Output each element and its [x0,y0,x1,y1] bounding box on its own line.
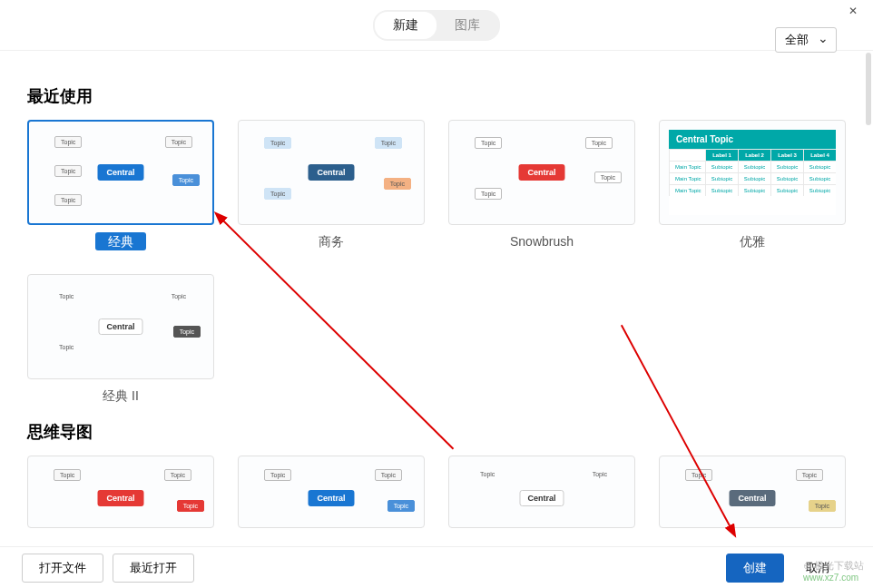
template-thumb: Topic Topic Topic Topic Topic Central [27,120,214,225]
topic-node: Topic [172,174,200,186]
topic-node: Topic [264,469,291,481]
template-card-classic[interactable]: Topic Topic Topic Topic Topic Central 经典 [27,120,214,250]
topic-node: Topic [54,136,82,148]
topic-node: Topic [54,165,82,177]
topic-node: Topic [475,469,500,479]
topic-node: Topic [54,291,79,301]
open-file-button[interactable]: 打开文件 [22,554,103,583]
top-bar: 新建 图库 全部 [0,0,873,51]
topic-node: Topic [54,342,79,352]
topic-node: Topic [54,194,82,206]
template-label: Snowbrush [448,234,635,249]
template-card-mm2[interactable]: Topic Topic Topic Central [238,456,425,528]
topic-node: Topic [264,137,291,149]
topic-node: Topic [475,188,502,200]
central-node: Central [519,490,564,506]
central-node: Central [729,490,775,506]
template-card-business[interactable]: Topic Topic Topic Topic Central 商务 [238,120,425,250]
tab-new[interactable]: 新建 [375,12,436,39]
central-node: Central [97,490,143,506]
topic-node: Topic [54,469,81,481]
template-card-mm1[interactable]: Topic Topic Topic Central [27,456,214,528]
template-card-mm4[interactable]: Topic Topic Topic Central [659,456,846,528]
template-thumb: Topic Topic Topic Central [27,456,214,528]
topic-node: Topic [585,137,613,149]
main-tabs: 新建 图库 [373,10,500,41]
bottom-bar: 打开文件 最近打开 创建 取消 [0,546,873,588]
topic-node: Topic [165,136,192,148]
topic-node: Topic [384,178,411,190]
content-area: 最近使用 Topic Topic Topic Topic Topic Centr… [0,51,873,546]
template-thumb: Topic Topic Topic Central [659,456,846,528]
template-thumb: Topic Topic Topic Topic Central [238,120,425,225]
template-label: 经典 II [27,388,214,405]
central-node: Central [308,490,354,506]
template-thumb: Topic Topic Topic Topic Central [27,274,214,379]
topic-node: Topic [375,469,402,481]
template-label: 优雅 [659,234,846,250]
filter-selected-value: 全部 [785,33,809,46]
topic-node: Topic [173,326,201,338]
template-card-snowbrush[interactable]: Topic Topic Topic Topic Central Snowbrus… [448,120,635,250]
topic-node: Topic [475,137,502,149]
central-node: Central [518,164,564,181]
close-icon[interactable]: ✕ [833,0,873,22]
watermark: ⊕ 极光下载站 www.xz7.com [803,559,864,583]
template-thumb: Topic Topic Topic Topic Central [448,120,635,225]
topic-node: Topic [164,469,191,481]
template-thumb: Topic Topic Topic Central [238,456,425,528]
central-node: Central [98,318,142,335]
topic-node: Topic [166,291,191,301]
topic-node: Topic [587,469,613,479]
topic-node: Topic [685,469,712,481]
recent-open-button[interactable]: 最近打开 [113,554,194,583]
section-title-recent: 最近使用 [27,85,846,107]
central-node: Central [308,164,354,181]
elegant-title: Central Topic [669,130,836,149]
template-card-classic2[interactable]: Topic Topic Topic Topic Central 经典 II [27,274,214,405]
template-thumb: Topic Topic Central [448,456,635,528]
template-card-elegant[interactable]: Central Topic Label 1 Label 2 Label 3 La… [659,120,846,250]
topic-node: Topic [177,500,204,512]
recent-grid: Topic Topic Topic Topic Topic Central 经典… [27,120,846,405]
template-card-mm3[interactable]: Topic Topic Central [448,456,635,528]
template-label: 经典 [27,234,214,250]
topic-node: Topic [387,500,415,512]
section-title-mindmap: 思维导图 [27,421,846,443]
topic-node: Topic [594,172,622,183]
mindmap-grid: Topic Topic Topic Central Topic Topic To… [27,456,846,528]
topic-node: Topic [264,188,291,200]
filter-select[interactable]: 全部 [775,27,837,53]
tab-library[interactable]: 图库 [436,12,498,39]
template-thumb: Central Topic Label 1 Label 2 Label 3 La… [659,120,846,225]
topic-node: Topic [375,137,402,149]
central-node: Central [97,164,143,181]
topic-node: Topic [809,500,836,512]
topic-node: Topic [796,469,823,481]
template-label: 商务 [238,234,425,250]
create-button[interactable]: 创建 [726,554,784,583]
